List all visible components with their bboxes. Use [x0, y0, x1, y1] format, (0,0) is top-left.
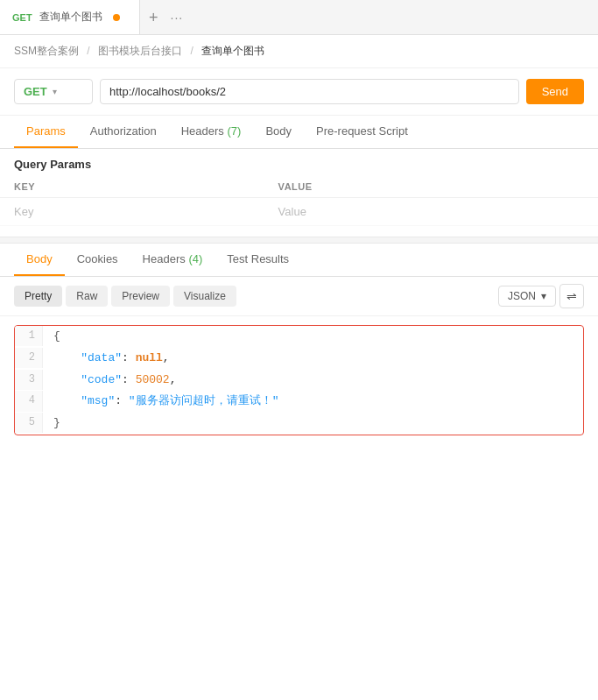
response-headers-badge: (4)	[188, 252, 202, 265]
request-bar: GET ▾ Send	[0, 68, 598, 116]
col-key-header: KEY	[0, 176, 264, 198]
tab-headers[interactable]: Headers (7)	[169, 116, 254, 148]
param-value-input[interactable]: Value	[264, 198, 598, 226]
chevron-down-icon-format: ▾	[541, 290, 546, 302]
col-value-header: VALUE	[264, 176, 598, 198]
response-tab-cookies[interactable]: Cookies	[65, 244, 130, 276]
breadcrumb: SSM整合案例 / 图书模块后台接口 / 查询单个图书	[0, 35, 598, 68]
response-tab-body[interactable]: Body	[14, 244, 65, 276]
line-num-5: 5	[15, 413, 43, 433]
more-tabs-button[interactable]: ···	[171, 11, 184, 25]
code-line-1: 1 {	[15, 326, 583, 348]
format-visualize[interactable]: Visualize	[173, 286, 236, 307]
breadcrumb-item-3: 查询单个图书	[201, 45, 264, 57]
code-line-5: 5 }	[15, 413, 583, 435]
active-tab[interactable]: GET 查询单个图书	[0, 0, 140, 34]
line-num-3: 3	[15, 370, 43, 390]
format-type-select[interactable]: JSON ▾	[498, 286, 556, 307]
tab-unsaved-dot	[113, 14, 120, 21]
tab-method: GET	[12, 12, 32, 23]
response-tab-headers[interactable]: Headers (4)	[130, 244, 215, 276]
method-label: GET	[24, 85, 47, 98]
code-line-3: 3 "code": 50002,	[15, 370, 583, 392]
code-line-2: 2 "data": null,	[15, 348, 583, 370]
tab-actions: + ···	[140, 10, 192, 25]
request-nav-tabs: Params Authorization Headers (7) Body Pr…	[0, 116, 598, 149]
breadcrumb-item-1[interactable]: SSM整合案例	[14, 45, 79, 57]
format-preview[interactable]: Preview	[111, 286, 170, 307]
format-type-label: JSON	[508, 290, 536, 302]
format-pretty[interactable]: Pretty	[14, 286, 62, 307]
response-tabs: Body Cookies Headers (4) Test Results	[0, 244, 598, 277]
tab-pre-request-script[interactable]: Pre-request Script	[304, 116, 420, 148]
param-row-empty: Key Value	[0, 198, 598, 226]
tab-title: 查询单个图书	[39, 10, 102, 25]
tab-params[interactable]: Params	[14, 116, 78, 148]
url-input[interactable]	[100, 79, 519, 104]
headers-badge: (7)	[227, 124, 241, 138]
query-params-header: Query Params	[0, 149, 598, 176]
format-bar: Pretty Raw Preview Visualize JSON ▾ ⇌	[0, 277, 598, 316]
tab-bar: GET 查询单个图书 + ···	[0, 0, 598, 35]
new-tab-button[interactable]: +	[149, 10, 158, 25]
method-select[interactable]: GET ▾	[14, 79, 93, 104]
breadcrumb-sep-2: /	[190, 45, 196, 57]
breadcrumb-sep-1: /	[87, 45, 93, 57]
format-raw[interactable]: Raw	[66, 286, 108, 307]
breadcrumb-item-2[interactable]: 图书模块后台接口	[98, 45, 182, 57]
send-button[interactable]: Send	[526, 79, 584, 104]
wrap-icon-symbol: ⇌	[566, 289, 577, 303]
chevron-down-icon: ▾	[53, 87, 57, 96]
line-num-4: 4	[15, 391, 43, 411]
param-key-input[interactable]: Key	[0, 198, 264, 226]
wrap-lines-button[interactable]: ⇌	[559, 284, 584, 308]
params-table: KEY VALUE Key Value	[0, 176, 598, 226]
tab-body[interactable]: Body	[253, 116, 304, 148]
line-num-1: 1	[15, 326, 43, 346]
response-body-code: 1 { 2 "data": null, 3 "code": 50002, 4 "…	[14, 325, 584, 435]
section-divider	[0, 237, 598, 244]
code-line-4: 4 "msg": "服务器访问超时，请重试！"	[15, 391, 583, 413]
tab-authorization[interactable]: Authorization	[78, 116, 169, 148]
line-num-2: 2	[15, 348, 43, 368]
response-tab-test-results[interactable]: Test Results	[215, 244, 301, 276]
